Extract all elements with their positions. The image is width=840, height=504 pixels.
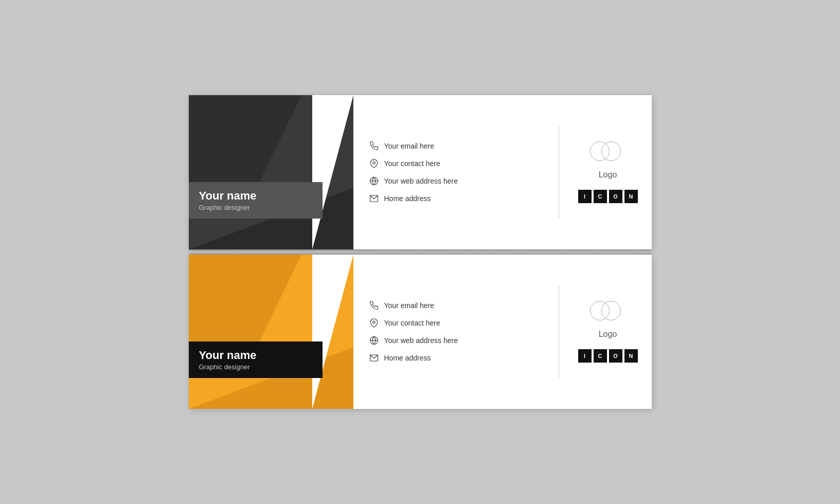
card1-contact-row: Your contact here: [369, 158, 548, 169]
card2-left-panel: Your name Graphic designer: [189, 255, 353, 409]
card2-location-icon: [369, 318, 379, 328]
card2-icon-i: I: [578, 349, 592, 363]
card1-email-row: Your email here: [369, 141, 548, 151]
card1-name-box: Your name Graphic designer: [189, 182, 323, 219]
card1-logo-area: Logo I C O N: [569, 141, 647, 203]
location-icon: [369, 158, 379, 169]
card1-logo-circles: [590, 141, 626, 167]
mail-icon: [369, 193, 379, 204]
card2-logo-text: Logo: [599, 330, 617, 339]
cards-wrapper: Your name Graphic designer Your email he…: [189, 95, 652, 409]
card1-web-row: Your web address here: [369, 176, 548, 186]
business-card-2: Your name Graphic designer Your email he…: [189, 255, 652, 409]
card2-web-text: Your web address here: [384, 336, 458, 345]
card1-person-name: Your name: [199, 189, 312, 203]
card2-circle-right: [601, 301, 621, 320]
card1-icon-c: C: [594, 190, 607, 203]
card1-person-title: Graphic designer: [199, 204, 312, 211]
card1-icon-i: I: [578, 190, 592, 203]
svg-point-0: [372, 161, 375, 164]
card1-address-text: Home address: [384, 194, 431, 203]
card1-contact-info: Your email here Your contact here Your w…: [369, 141, 548, 204]
card2-address-text: Home address: [384, 354, 431, 362]
card1-logo-wrapper: Logo: [590, 141, 626, 179]
card1-white-cut: [312, 95, 353, 249]
card2-phone-icon: [369, 300, 379, 311]
card2-web-row: Your web address here: [369, 335, 548, 346]
card1-logo-text: Logo: [599, 170, 617, 179]
phone-icon: [369, 141, 379, 151]
card1-top-shape: [189, 95, 302, 188]
globe-icon: [369, 176, 379, 186]
card2-person-title: Graphic designer: [199, 363, 312, 371]
card1-icon-o: O: [609, 190, 622, 203]
card-separator: [189, 249, 652, 255]
card1-web-text: Your web address here: [384, 177, 458, 185]
card2-icon-o: O: [609, 349, 622, 363]
business-card-1: Your name Graphic designer Your email he…: [189, 95, 652, 249]
card1-address-row: Home address: [369, 193, 548, 204]
card2-white-cut: [312, 255, 353, 409]
card2-right-panel: Your email here Your contact here Your w…: [353, 255, 652, 409]
card1-icon-n: N: [624, 190, 638, 203]
card1-right-panel: Your email here Your contact here Your w…: [353, 95, 652, 249]
card2-top-shape: [189, 255, 302, 347]
card2-logo-wrapper: Logo: [590, 301, 626, 339]
card2-icon-n: N: [624, 349, 638, 363]
card2-email-text: Your email here: [384, 301, 435, 310]
card1-circle-right: [601, 141, 621, 161]
card2-logo-circles: [590, 301, 626, 327]
card2-icon-boxes: I C O N: [578, 349, 638, 363]
card2-contact-row: Your contact here: [369, 318, 548, 328]
card2-name-box: Your name Graphic designer: [189, 341, 323, 378]
card2-email-row: Your email here: [369, 300, 548, 311]
card2-person-name: Your name: [199, 349, 312, 362]
card1-icon-boxes: I C O N: [578, 190, 638, 203]
card1-divider: [559, 126, 559, 219]
card2-mail-icon: [369, 353, 379, 363]
card1-left-panel: Your name Graphic designer: [189, 95, 353, 249]
card1-contact-text: Your contact here: [384, 159, 440, 168]
card2-icon-c: C: [594, 349, 607, 363]
card2-contact-info: Your email here Your contact here Your w…: [369, 300, 548, 363]
svg-point-4: [372, 321, 375, 323]
card2-address-row: Home address: [369, 353, 548, 363]
card2-globe-icon: [369, 335, 379, 346]
card2-divider: [559, 285, 559, 378]
card2-logo-area: Logo I C O N: [569, 301, 647, 363]
card2-contact-text: Your contact here: [384, 319, 440, 327]
card1-email-text: Your email here: [384, 142, 435, 150]
